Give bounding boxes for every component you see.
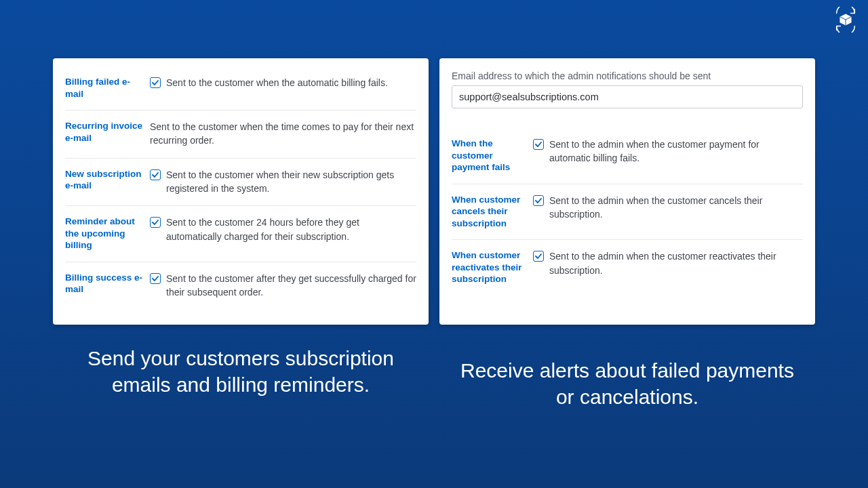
setting-label[interactable]: Billing success e-mail: [65, 272, 150, 296]
setting-label[interactable]: Recurring invoice e-mail: [65, 120, 150, 144]
checkbox-billing-failed[interactable]: [150, 77, 161, 88]
email-setting-row: Reminder about the upcoming billing Sent…: [65, 205, 416, 262]
setting-label[interactable]: Billing failed e-mail: [65, 76, 150, 100]
setting-label[interactable]: When customer reactivates their subscrip…: [452, 249, 533, 285]
admin-setting-row: When customer reactivates their subscrip…: [452, 239, 803, 296]
caption-right: Receive alerts about failed payments or …: [454, 345, 800, 410]
marketing-captions: Send your customers subscription emails …: [0, 325, 868, 410]
setting-description: Sent to the admin when the customer reac…: [549, 249, 803, 277]
caption-left: Send your customers subscription emails …: [68, 345, 414, 410]
checkbox-new-subscription[interactable]: [150, 169, 161, 180]
email-setting-row: New subscription e-mail Sent to the cust…: [65, 158, 416, 206]
setting-label[interactable]: Reminder about the upcoming billing: [65, 216, 150, 251]
setting-description: Sent to the admin when the customer paym…: [549, 138, 803, 165]
admin-email-input[interactable]: [452, 85, 803, 108]
email-setting-row: Billing failed e-mail Sent to the custom…: [65, 69, 416, 110]
checkbox-payment-fails[interactable]: [533, 139, 544, 150]
app-logo-icon: [833, 7, 859, 33]
setting-label[interactable]: New subscription e-mail: [65, 168, 150, 192]
setting-description: Sent to the customer 24 hours before the…: [166, 216, 416, 243]
admin-email-label: Email address to which the admin notific…: [452, 70, 803, 81]
email-setting-row: Billing success e-mail Sent to the custo…: [65, 262, 416, 310]
checkbox-billing-success[interactable]: [150, 273, 161, 284]
setting-description: Sent to the customer after they get succ…: [166, 272, 416, 300]
checkbox-reminder-upcoming[interactable]: [150, 217, 161, 228]
email-setting-row: Recurring invoice e-mail Sent to the cus…: [65, 110, 416, 158]
setting-description: Sent to the admin when the customer canc…: [549, 194, 803, 222]
setting-description: Sent to the customer when the time comes…: [150, 120, 416, 148]
checkbox-customer-reactivates[interactable]: [533, 251, 544, 262]
checkbox-customer-cancels[interactable]: [533, 195, 544, 206]
setting-description: Sent to the customer when their new subs…: [166, 168, 416, 196]
admin-setting-row: When customer cancels their subscription…: [452, 184, 803, 240]
setting-label[interactable]: When customer cancels their subscription: [452, 194, 533, 230]
setting-description: Sent to the customer when the automatic …: [166, 76, 416, 89]
setting-label[interactable]: When the customer payment fails: [452, 138, 533, 174]
customer-emails-card: Billing failed e-mail Sent to the custom…: [53, 58, 429, 325]
admin-notifications-card: Email address to which the admin notific…: [439, 58, 815, 325]
admin-setting-row: When the customer payment fails Sent to …: [452, 127, 803, 184]
